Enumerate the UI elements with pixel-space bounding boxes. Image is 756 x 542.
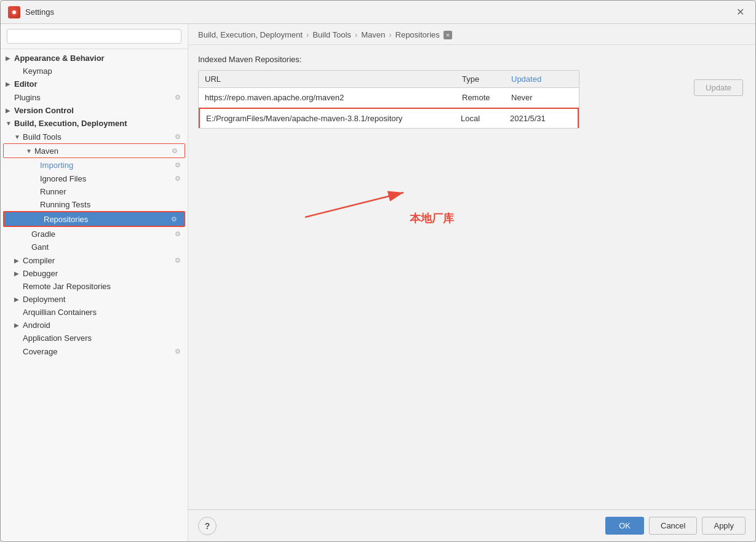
sidebar-item-android[interactable]: ▶ Android bbox=[1, 319, 188, 332]
sidebar-item-running-tests[interactable]: Running Tests bbox=[1, 198, 188, 211]
sidebar-item-label: Version Control bbox=[14, 106, 183, 115]
breadcrumb-part2: Build Tools bbox=[312, 30, 351, 39]
search-input[interactable] bbox=[7, 29, 181, 44]
sidebar-item-repositories[interactable]: Repositories ⚙ bbox=[3, 211, 185, 227]
sidebar-item-gradle[interactable]: Gradle ⚙ bbox=[1, 227, 188, 241]
sidebar-item-label: Runner bbox=[40, 187, 183, 196]
sidebar-item-label: Deployment bbox=[23, 295, 183, 304]
table-row[interactable]: https://repo.maven.apache.org/maven2 Rem… bbox=[199, 88, 579, 108]
chevron-icon: ▼ bbox=[14, 134, 23, 140]
annotation-area: 本地厂库 bbox=[299, 180, 434, 231]
breadcrumb-part3: Maven bbox=[361, 30, 385, 39]
sidebar-item-coverage[interactable]: Coverage ⚙ bbox=[1, 345, 188, 358]
apply-button[interactable]: Apply bbox=[702, 517, 746, 535]
svg-point-1 bbox=[12, 10, 16, 14]
sidebar-item-label: Compiler bbox=[23, 256, 173, 265]
sidebar-item-label: Coverage bbox=[23, 347, 173, 356]
breadcrumb: Build, Execution, Deployment › Build Too… bbox=[188, 24, 755, 45]
sidebar-item-label: Android bbox=[23, 321, 183, 330]
row-url: E:/ProgramFiles/Maven/apache-maven-3.8.1… bbox=[200, 109, 455, 128]
gear-icon: ⚙ bbox=[173, 346, 183, 356]
sidebar-item-label: Plugins bbox=[14, 93, 173, 102]
row-type: Remote bbox=[456, 88, 505, 107]
chevron-icon: ▶ bbox=[14, 296, 23, 303]
gear-icon: ⚙ bbox=[173, 132, 183, 141]
content-area: Indexed Maven Repositories: URL Type Upd… bbox=[188, 45, 755, 509]
row-type: Local bbox=[455, 109, 504, 128]
dialog-title: Settings bbox=[25, 7, 54, 17]
help-button[interactable]: ? bbox=[198, 517, 217, 535]
cancel-button[interactable]: Cancel bbox=[649, 517, 697, 535]
sidebar-item-label: Maven bbox=[34, 146, 170, 156]
gear-icon: ⚙ bbox=[173, 255, 183, 265]
footer-buttons: OK Cancel Apply bbox=[605, 517, 746, 535]
sidebar: ⌕ ▶ Appearance & Behavior Keymap ▶ bbox=[1, 24, 188, 541]
main-content: Build, Execution, Deployment › Build Too… bbox=[188, 24, 755, 541]
sidebar-item-label: Gradle bbox=[31, 229, 173, 239]
sidebar-item-label: Application Servers bbox=[23, 333, 183, 343]
title-bar-left: Settings bbox=[8, 6, 54, 18]
gear-icon: ⚙ bbox=[173, 229, 183, 239]
sidebar-item-label: Build, Execution, Deployment bbox=[14, 119, 183, 128]
sidebar-item-ignored-files[interactable]: Ignored Files ⚙ bbox=[1, 172, 188, 185]
search-box: ⌕ bbox=[1, 24, 188, 49]
breadcrumb-sep2: › bbox=[355, 30, 357, 39]
sidebar-item-build-tools[interactable]: ▼ Build Tools ⚙ bbox=[1, 130, 188, 143]
annotation-text: 本地厂库 bbox=[410, 211, 454, 226]
gear-icon: ⚙ bbox=[170, 146, 180, 156]
sidebar-item-debugger[interactable]: ▶ Debugger bbox=[1, 267, 188, 280]
chevron-icon: ▶ bbox=[14, 270, 23, 277]
search-wrapper: ⌕ bbox=[7, 29, 181, 44]
sidebar-item-label: Running Tests bbox=[40, 200, 183, 209]
sidebar-item-label: Gant bbox=[31, 242, 183, 252]
chevron-icon: ▶ bbox=[14, 322, 23, 329]
sidebar-item-editor[interactable]: ▶ Editor bbox=[1, 78, 188, 90]
repositories-table: URL Type Updated https://repo.maven.apac… bbox=[198, 70, 579, 129]
chevron-icon: ▶ bbox=[14, 257, 23, 264]
app-icon bbox=[8, 6, 20, 18]
sidebar-item-remote-jar[interactable]: Remote Jar Repositories bbox=[1, 280, 188, 293]
sidebar-item-label: Importing bbox=[40, 161, 173, 170]
sidebar-item-app-servers[interactable]: Application Servers bbox=[1, 332, 188, 345]
update-button[interactable]: Update bbox=[694, 79, 743, 96]
gear-icon: ⚙ bbox=[173, 160, 183, 170]
sidebar-item-build-execution[interactable]: ▼ Build, Execution, Deployment bbox=[1, 117, 188, 130]
sidebar-item-label: Debugger bbox=[23, 269, 183, 278]
sidebar-item-keymap[interactable]: Keymap bbox=[1, 65, 188, 78]
ok-button[interactable]: OK bbox=[605, 517, 644, 535]
sidebar-item-label: Repositories bbox=[44, 215, 169, 224]
chevron-icon: ▶ bbox=[6, 107, 14, 114]
col-url: URL bbox=[199, 71, 456, 87]
settings-icon: ≡ bbox=[444, 31, 452, 39]
sidebar-item-plugins[interactable]: Plugins ⚙ bbox=[1, 90, 188, 104]
gear-icon: ⚙ bbox=[173, 173, 183, 183]
svg-line-3 bbox=[305, 193, 404, 217]
sidebar-item-maven[interactable]: ▼ Maven ⚙ bbox=[3, 143, 185, 158]
sidebar-item-appearance[interactable]: ▶ Appearance & Behavior bbox=[1, 52, 188, 65]
help-label: ? bbox=[205, 521, 210, 531]
sidebar-item-label: Build Tools bbox=[23, 132, 173, 141]
row-url: https://repo.maven.apache.org/maven2 bbox=[199, 88, 456, 107]
sidebar-item-runner[interactable]: Runner bbox=[1, 185, 188, 198]
sidebar-item-label: Remote Jar Repositories bbox=[23, 282, 183, 291]
breadcrumb-part4: Repositories bbox=[396, 30, 440, 39]
sidebar-item-label: Editor bbox=[14, 79, 183, 89]
sidebar-item-label: Appearance & Behavior bbox=[14, 54, 183, 63]
sidebar-item-deployment[interactable]: ▶ Deployment bbox=[1, 293, 188, 306]
gear-icon: ⚙ bbox=[169, 214, 179, 224]
sidebar-item-importing[interactable]: Importing ⚙ bbox=[1, 158, 188, 172]
sidebar-item-arquillian[interactable]: Arquillian Containers bbox=[1, 306, 188, 319]
chevron-icon: ▶ bbox=[6, 81, 14, 87]
sidebar-item-label: Arquillian Containers bbox=[23, 308, 183, 317]
breadcrumb-sep1: › bbox=[306, 30, 309, 39]
row-updated: Never bbox=[505, 88, 579, 107]
close-button[interactable]: ✕ bbox=[733, 5, 748, 19]
dialog-body: ⌕ ▶ Appearance & Behavior Keymap ▶ bbox=[1, 24, 755, 541]
gear-icon: ⚙ bbox=[173, 92, 183, 102]
table-header: URL Type Updated bbox=[199, 71, 579, 88]
sidebar-item-compiler[interactable]: ▶ Compiler ⚙ bbox=[1, 253, 188, 267]
sidebar-item-gant[interactable]: Gant bbox=[1, 241, 188, 253]
table-row-selected[interactable]: E:/ProgramFiles/Maven/apache-maven-3.8.1… bbox=[199, 108, 579, 128]
sidebar-item-version-control[interactable]: ▶ Version Control bbox=[1, 104, 188, 117]
col-updated: Updated bbox=[505, 71, 579, 87]
